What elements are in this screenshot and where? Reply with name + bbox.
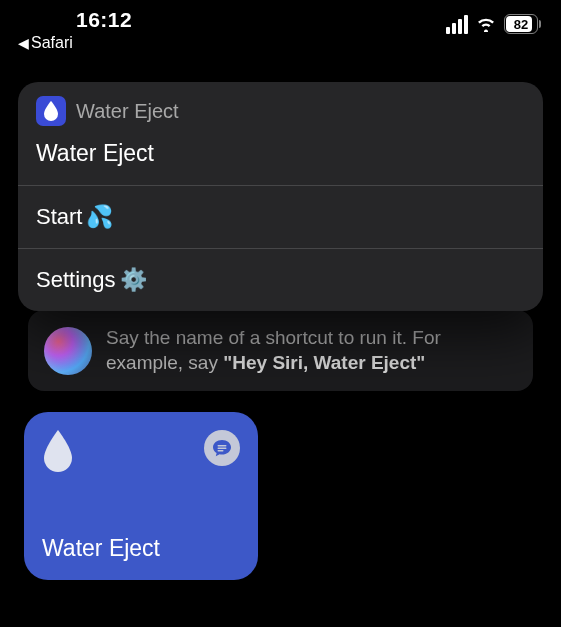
wifi-icon xyxy=(475,16,497,32)
status-time: 16:12 xyxy=(76,8,132,32)
shortcut-tile-water-eject[interactable]: Water Eject xyxy=(24,412,258,580)
context-menu-title: Water Eject xyxy=(18,134,543,185)
siri-hint-card: Say the name of a shortcut to run it. Fo… xyxy=(28,310,533,391)
menu-item-label: Start xyxy=(36,204,82,230)
gear-icon: ⚙️ xyxy=(120,267,147,293)
chevron-left-icon: ◀ xyxy=(18,35,29,51)
tile-top-row xyxy=(42,430,240,476)
sweat-droplets-icon: 💦 xyxy=(86,204,113,230)
menu-item-settings[interactable]: Settings ⚙️ xyxy=(18,248,543,311)
status-right: 82 xyxy=(446,14,541,34)
battery-indicator: 82 xyxy=(504,14,541,34)
svg-rect-1 xyxy=(218,448,227,449)
battery-percent: 82 xyxy=(514,17,528,32)
back-label: Safari xyxy=(31,34,73,52)
status-left: 16:12 ◀ Safari xyxy=(20,8,132,52)
siri-icon xyxy=(44,327,92,375)
menu-item-label: Settings xyxy=(36,267,116,293)
svg-rect-0 xyxy=(218,445,227,446)
shortcut-tile-label: Water Eject xyxy=(42,535,240,562)
water-drop-icon xyxy=(42,430,74,476)
back-to-safari[interactable]: ◀ Safari xyxy=(18,34,132,52)
status-bar: 16:12 ◀ Safari 82 xyxy=(0,0,561,60)
menu-item-start[interactable]: Start 💦 xyxy=(18,185,543,248)
context-menu-app-name: Water Eject xyxy=(76,100,179,123)
water-drop-app-icon xyxy=(36,96,66,126)
context-menu-header: Water Eject xyxy=(18,82,543,134)
cellular-signal-icon xyxy=(446,15,468,34)
shortcut-context-menu: Water Eject Water Eject Start 💦 Settings… xyxy=(18,82,543,311)
siri-hint-text: Say the name of a shortcut to run it. Fo… xyxy=(106,326,517,375)
svg-rect-2 xyxy=(218,450,224,451)
message-badge-icon[interactable] xyxy=(204,430,240,466)
